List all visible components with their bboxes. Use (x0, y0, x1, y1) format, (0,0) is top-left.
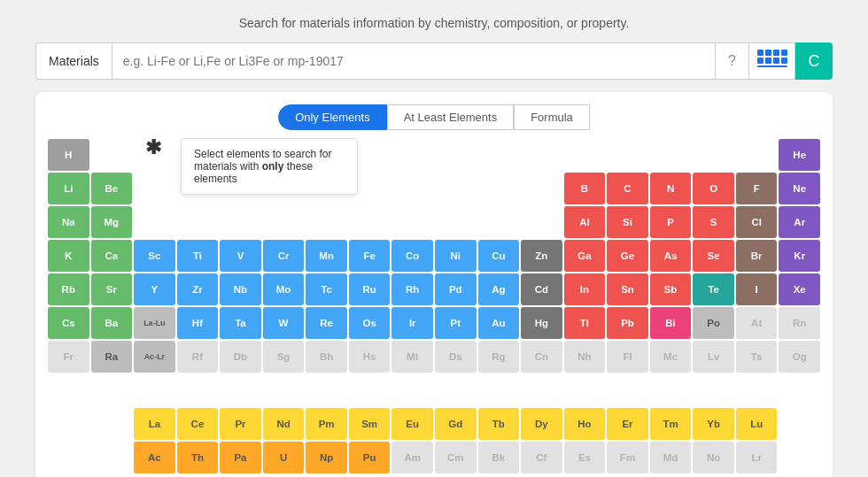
element-Co[interactable]: Co (391, 240, 433, 272)
element-LaLu[interactable]: La-Lu (134, 307, 175, 339)
element-Cd[interactable]: Cd (521, 273, 562, 305)
element-Nd[interactable]: Nd (263, 408, 305, 440)
element-U[interactable]: U (263, 442, 305, 473)
element-Pm[interactable]: Pm (306, 408, 347, 440)
element-Xe[interactable]: Xe (779, 273, 820, 305)
element-Rb[interactable]: Rb (48, 273, 89, 305)
element-S[interactable]: S (693, 206, 734, 238)
element-Ar[interactable]: Ar (779, 206, 820, 238)
help-icon[interactable]: ? (716, 42, 749, 80)
element-Ac[interactable]: Ac (134, 442, 175, 473)
element-Ir[interactable]: Ir (391, 307, 433, 339)
element-Cu[interactable]: Cu (478, 240, 520, 272)
element-Sr[interactable]: Sr (91, 273, 133, 305)
element-Hf[interactable]: Hf (177, 307, 219, 339)
element-He[interactable]: He (779, 139, 820, 171)
element-Y[interactable]: Y (134, 273, 175, 305)
element-Rh[interactable]: Rh (391, 273, 433, 305)
tab-at-least-elements[interactable]: At Least Elements (387, 104, 515, 130)
element-Ce[interactable]: Ce (177, 408, 219, 440)
element-Ga[interactable]: Ga (564, 240, 606, 272)
element-Sm[interactable]: Sm (349, 408, 391, 440)
element-Bi[interactable]: Bi (650, 307, 692, 339)
element-F[interactable]: F (736, 173, 778, 204)
element-Hg[interactable]: Hg (521, 307, 562, 339)
element-Dy[interactable]: Dy (521, 408, 562, 440)
element-Si[interactable]: Si (607, 206, 648, 238)
element-Br[interactable]: Br (736, 240, 778, 272)
search-go-button[interactable]: C (795, 42, 833, 80)
periodic-table-icon[interactable] (749, 42, 795, 80)
element-Pt[interactable]: Pt (435, 307, 477, 339)
element-Pd[interactable]: Pd (435, 273, 477, 305)
element-Ru[interactable]: Ru (349, 273, 391, 305)
element-Ni[interactable]: Ni (435, 240, 477, 272)
element-Nb[interactable]: Nb (220, 273, 261, 305)
element-Pr[interactable]: Pr (220, 408, 261, 440)
element-Po[interactable]: Po (693, 307, 734, 339)
element-W[interactable]: W (263, 307, 305, 339)
element-Er[interactable]: Er (607, 408, 648, 440)
element-Cl[interactable]: Cl (736, 206, 778, 238)
element-Np[interactable]: Np (306, 442, 347, 473)
element-Li[interactable]: Li (48, 173, 89, 204)
element-Ho[interactable]: Ho (564, 408, 606, 440)
element-Ti[interactable]: Ti (177, 240, 219, 272)
element-Au[interactable]: Au (478, 307, 520, 339)
tab-only-elements[interactable]: Only Elements (278, 104, 387, 130)
element-K[interactable]: K (48, 240, 89, 272)
element-Eu[interactable]: Eu (391, 408, 433, 440)
element-H[interactable]: H (48, 139, 89, 171)
element-Sb[interactable]: Sb (650, 273, 692, 305)
element-Ge[interactable]: Ge (607, 240, 648, 272)
element-Re[interactable]: Re (306, 307, 347, 339)
element-Yb[interactable]: Yb (693, 408, 734, 440)
element-Pb[interactable]: Pb (607, 307, 648, 339)
element-Ba[interactable]: Ba (91, 307, 133, 339)
element-Cs[interactable]: Cs (48, 307, 89, 339)
element-Mo[interactable]: Mo (263, 273, 305, 305)
element-Ag[interactable]: Ag (478, 273, 520, 305)
element-Zn[interactable]: Zn (521, 240, 562, 272)
element-Cr[interactable]: Cr (263, 240, 305, 272)
element-Ta[interactable]: Ta (220, 307, 261, 339)
element-Sc[interactable]: Sc (134, 240, 175, 272)
element-Th[interactable]: Th (177, 442, 219, 473)
element-In[interactable]: In (564, 273, 606, 305)
element-Mg[interactable]: Mg (91, 206, 133, 238)
search-input[interactable] (112, 42, 716, 80)
element-Mn[interactable]: Mn (306, 240, 347, 272)
element-Na[interactable]: Na (48, 206, 89, 238)
element-N[interactable]: N (650, 173, 692, 204)
element-Fe[interactable]: Fe (349, 240, 391, 272)
element-Pu[interactable]: Pu (349, 442, 391, 473)
element-Ca[interactable]: Ca (91, 240, 133, 272)
element-Gd[interactable]: Gd (435, 408, 477, 440)
element-Zr[interactable]: Zr (177, 273, 219, 305)
element-V[interactable]: V (220, 240, 261, 272)
element-Sn[interactable]: Sn (607, 273, 648, 305)
element-Se[interactable]: Se (693, 240, 734, 272)
element-O[interactable]: O (693, 173, 734, 204)
element-AcLr[interactable]: Ac-Lr (134, 341, 175, 373)
element-Pa[interactable]: Pa (220, 442, 261, 473)
tab-formula[interactable]: Formula (514, 104, 590, 130)
element-Tb[interactable]: Tb (478, 408, 520, 440)
element-Te[interactable]: Te (693, 273, 734, 305)
element-Kr[interactable]: Kr (779, 240, 820, 272)
element-P[interactable]: P (650, 206, 692, 238)
element-C[interactable]: C (607, 173, 648, 204)
element-Ne[interactable]: Ne (779, 173, 820, 204)
element-Tl[interactable]: Tl (564, 307, 606, 339)
element-Ra[interactable]: Ra (91, 341, 133, 373)
element-La[interactable]: La (134, 408, 175, 440)
element-Os[interactable]: Os (349, 307, 391, 339)
element-Al[interactable]: Al (564, 206, 606, 238)
element-B[interactable]: B (564, 173, 606, 204)
element-As[interactable]: As (650, 240, 692, 272)
element-Be[interactable]: Be (91, 173, 133, 204)
element-I[interactable]: I (736, 273, 778, 305)
element-Tm[interactable]: Tm (650, 408, 692, 440)
element-Tc[interactable]: Tc (306, 273, 347, 305)
element-Lu[interactable]: Lu (736, 408, 778, 440)
